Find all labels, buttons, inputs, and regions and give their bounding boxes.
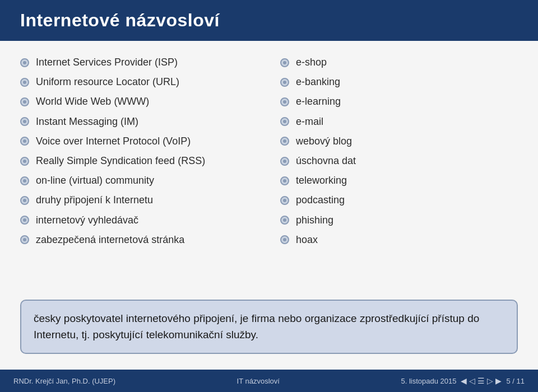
bullet-label: Instant Messaging (IM) bbox=[36, 115, 138, 129]
list-item: World Wide Web (WWW) bbox=[20, 94, 258, 110]
list-item: Really Simple Syndication feed (RSS) bbox=[20, 153, 258, 169]
bullet-label: World Wide Web (WWW) bbox=[36, 95, 149, 109]
bullet-label: on-line (virtual) community bbox=[36, 174, 154, 188]
list-item: e-mail bbox=[280, 114, 518, 130]
bullet-icon bbox=[280, 196, 289, 205]
footer-date: 5. listopadu 2015 bbox=[401, 377, 456, 385]
bullet-icon bbox=[280, 78, 289, 87]
nav-controls: ◀ ◁ ☰ ▷ ▶ bbox=[461, 376, 502, 385]
list-item: podcasting bbox=[280, 192, 518, 208]
list-item: zabezpečená internetová stránka bbox=[20, 232, 258, 248]
bullet-label: phishing bbox=[296, 213, 333, 227]
nav-last[interactable]: ▶ bbox=[495, 376, 502, 385]
list-item: webový blog bbox=[280, 133, 518, 150]
slide-title: Internetové názvosloví bbox=[20, 10, 220, 31]
list-item: e-shop bbox=[280, 54, 518, 71]
slide-footer: RNDr. Krejčí Jan, Ph.D. (UJEP) IT názvos… bbox=[0, 370, 538, 392]
footer-title: IT názvosloví bbox=[237, 377, 280, 385]
slide: Internetové názvosloví Internet Services… bbox=[0, 0, 538, 392]
list-item: Uniform resource Locator (URL) bbox=[20, 74, 258, 90]
nav-list[interactable]: ☰ bbox=[477, 376, 485, 385]
bullet-icon bbox=[20, 137, 29, 146]
bullet-label: Uniform resource Locator (URL) bbox=[36, 75, 179, 89]
bullet-icon bbox=[20, 58, 29, 67]
bullet-label: úschovna dat bbox=[296, 154, 356, 168]
list-item: e-learning bbox=[280, 94, 518, 110]
bullet-icon bbox=[280, 137, 289, 146]
list-item: Voice over Internet Protocol (VoIP) bbox=[20, 133, 258, 150]
bullet-label: e-learning bbox=[296, 95, 341, 109]
bullet-label: teleworking bbox=[296, 174, 347, 188]
bullet-label: hoax bbox=[296, 233, 318, 247]
bullet-icon bbox=[280, 97, 289, 106]
bullet-label: e-mail bbox=[296, 115, 323, 129]
bullet-label: webový blog bbox=[296, 134, 352, 148]
bullet-icon bbox=[280, 58, 289, 67]
bullet-label: podcasting bbox=[296, 193, 345, 207]
list-item: úschovna dat bbox=[280, 153, 518, 169]
footer-right: 5. listopadu 2015 ◀ ◁ ☰ ▷ ▶ 5 / 11 bbox=[401, 376, 525, 385]
bullet-icon bbox=[280, 157, 289, 166]
bullet-icon bbox=[280, 117, 289, 126]
list-item: phishing bbox=[280, 212, 518, 228]
bullet-icon bbox=[280, 216, 289, 225]
bullet-label: druhy připojení k Internetu bbox=[36, 193, 153, 207]
list-item: on-line (virtual) community bbox=[20, 172, 258, 189]
footer-author: RNDr. Krejčí Jan, Ph.D. (UJEP) bbox=[13, 377, 115, 385]
bullet-label: internetový vyhledávač bbox=[36, 213, 138, 227]
bullet-icon bbox=[280, 235, 289, 244]
bullet-icon bbox=[20, 78, 29, 87]
nav-next[interactable]: ▷ bbox=[487, 376, 493, 385]
bullet-label: Really Simple Syndication feed (RSS) bbox=[36, 154, 205, 168]
bullet-icon bbox=[280, 176, 289, 185]
bullet-icon bbox=[20, 235, 29, 244]
slide-header: Internetové názvosloví bbox=[0, 0, 538, 41]
list-item: internetový vyhledávač bbox=[20, 212, 258, 228]
bullet-icon bbox=[20, 176, 29, 185]
bullet-label: Voice over Internet Protocol (VoIP) bbox=[36, 134, 191, 148]
tooltip-box: česky poskytovatel internetového připoje… bbox=[20, 300, 518, 354]
bullet-icon bbox=[20, 196, 29, 205]
list-item: Internet Services Provider (ISP) bbox=[20, 54, 258, 71]
bullet-label: Internet Services Provider (ISP) bbox=[36, 55, 178, 69]
tooltip-text: česky poskytovatel internetového připoje… bbox=[34, 312, 479, 340]
bullet-icon bbox=[20, 157, 29, 166]
bullet-icon bbox=[20, 117, 29, 126]
list-item: Instant Messaging (IM) bbox=[20, 114, 258, 130]
nav-first[interactable]: ◀ bbox=[461, 376, 467, 385]
bullet-label: e-shop bbox=[296, 55, 327, 69]
list-item: hoax bbox=[280, 232, 518, 248]
bullet-icon bbox=[20, 216, 29, 225]
footer-page: 5 / 11 bbox=[506, 377, 525, 385]
bullet-label: zabezpečená internetová stránka bbox=[36, 233, 184, 247]
list-item: e-banking bbox=[280, 74, 518, 90]
bullet-label: e-banking bbox=[296, 75, 340, 89]
list-item: teleworking bbox=[280, 172, 518, 189]
nav-prev[interactable]: ◁ bbox=[469, 376, 475, 385]
bullet-icon bbox=[20, 97, 29, 106]
list-item: druhy připojení k Internetu bbox=[20, 192, 258, 208]
